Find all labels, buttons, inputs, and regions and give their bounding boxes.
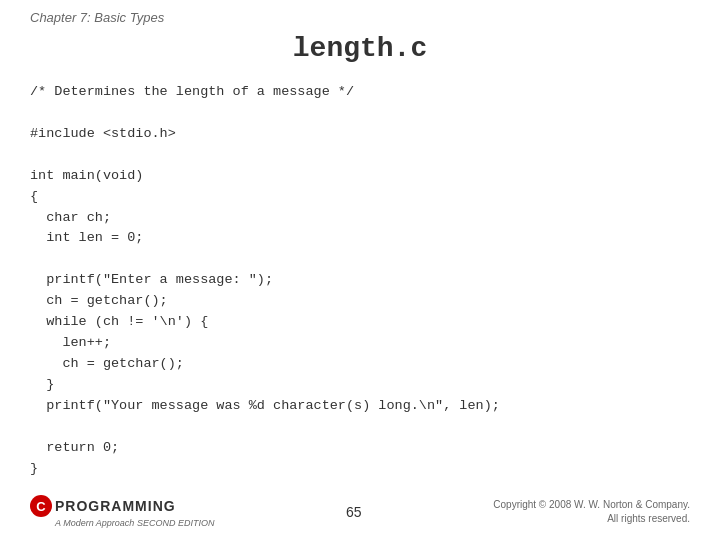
footer-logo: C PROGRAMMING A Modern Approach SECOND E… [30,495,214,528]
logo-subtitle: A Modern Approach SECOND EDITION [55,518,214,528]
copyright-line1: Copyright © 2008 W. W. Norton & Company. [493,498,690,512]
logo-programming-text: PROGRAMMING [55,498,176,514]
slide-title: length.c [30,33,690,64]
page-container: Chapter 7: Basic Types length.c /* Deter… [0,0,720,540]
logo-top: C PROGRAMMING [30,495,176,517]
footer-copyright: Copyright © 2008 W. W. Norton & Company.… [493,498,690,526]
chapter-title: Chapter 7: Basic Types [30,10,690,25]
code-block: /* Determines the length of a message */… [30,82,690,480]
footer: C PROGRAMMING A Modern Approach SECOND E… [0,495,720,528]
logo-c-circle: C [30,495,52,517]
page-number: 65 [214,504,493,520]
copyright-line2: All rights reserved. [493,512,690,526]
